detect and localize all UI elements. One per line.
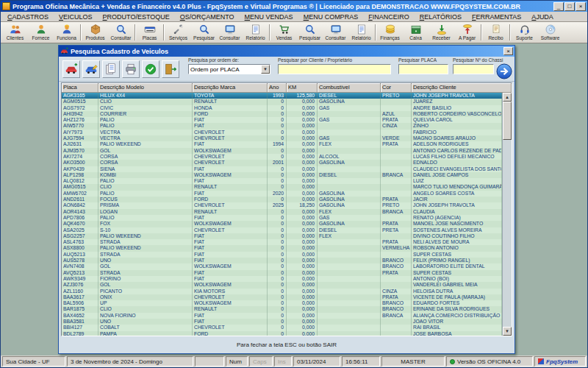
table-row-agm0515[interactable]: AGM0515CLIORENAULT00,000GASOLINAJUAREZ — [62, 99, 502, 105]
toolbar-button-vendas-10[interactable]: Vendas — [271, 22, 297, 43]
table-row-bax4652[interactable]: BAX4652NOVA FIORINOFIAT00,000BRANCAALIAN… — [62, 313, 502, 319]
order-combobox[interactable]: Ordem por PLACA ▼ — [188, 64, 270, 74]
window-titlebar[interactable]: Pesquisa Cadastro de Veiculos × — [59, 46, 514, 57]
scrollbar-thumb[interactable] — [503, 102, 512, 140]
menu-item-ajuda[interactable]: AJUDA — [526, 13, 559, 21]
column-header-ano[interactable]: Ano — [268, 83, 287, 93]
close-button[interactable]: × — [576, 2, 586, 11]
window-close-button[interactable]: × — [503, 47, 513, 55]
toolbar-button-placas-5[interactable]: Placas — [137, 22, 162, 43]
window-toolbar-car-edit-button[interactable] — [82, 60, 100, 78]
table-row-aiy7973[interactable]: AIY7973VECTRACHEVROLET00,000FABRICIO — [62, 130, 502, 135]
table-row-aor4143[interactable]: AOR4143LOGANRENAULT00,000FLEXBRANCACLAUD… — [62, 209, 502, 215]
table-row-ajm3570[interactable]: AJM3570GOLWOLKSWAGEM00,000ANTONIO CARLOS… — [62, 148, 502, 154]
table-row-bba3581[interactable]: BBA3581UNOFIAT00,000JOAO VITOR — [62, 319, 502, 325]
menu-item-menu-compras[interactable]: MENU COMPRAS — [298, 13, 364, 21]
table-row-amg0515[interactable]: AMG0515CLIORENAULT00,000MARCO TULIO MEND… — [62, 184, 502, 190]
table-row-aji2631[interactable]: AJI2631PALIO WEKEENDFIAT19940,000FLEXPRA… — [62, 141, 502, 147]
table-row-bar1875[interactable]: BAR1875CLIORENAULT00,000BRANCOERINANE DA… — [62, 306, 502, 312]
table-row-avq5213[interactable]: AVQ5213STRADAFIAT00,000PRATASUPER CESTAS — [62, 270, 502, 276]
toolbar-button-recibo-18[interactable]: Recibo — [483, 22, 509, 43]
column-header-descricao-marca[interactable]: Descrição Marca — [193, 83, 268, 93]
table-row-and2611[interactable]: AND2611FOCUSFORD00,000GASOLINAPRATAJACIR — [62, 197, 502, 202]
column-header-combustivel[interactable]: Combustível — [318, 83, 381, 93]
table-row-aqk4670[interactable]: AQK4670FOXWOLKSWAGEM00,000GASOLINAPRATAM… — [62, 221, 502, 227]
table-row-alq0812[interactable]: ALQ0812PALIOFIAT00,000LUIZ — [62, 178, 502, 184]
table-row-bbi4127[interactable]: BBI4127COBALTCHEVROLET00,000RAI BRASIL — [62, 325, 502, 330]
window-toolbar-printer-button[interactable] — [122, 60, 140, 78]
toolbar-button-a-pagar-17[interactable]: A Pagar — [454, 22, 480, 43]
column-header-descricao-cliente[interactable]: Descrição Cliente — [412, 83, 512, 93]
toolbar-button-caixa-15[interactable]: Caixa — [403, 22, 429, 43]
client-search-input[interactable] — [278, 64, 391, 74]
table-row-baa3617[interactable]: BAA3617ONIXCHEVROLET00,000PRATAVICENTE D… — [62, 294, 502, 300]
toolbar-button-produtos-3[interactable]: Produtos — [82, 22, 108, 43]
scroll-down-button[interactable]: ▼ — [503, 327, 512, 336]
column-header-placa[interactable]: Placa — [62, 83, 98, 93]
table-row-alp1298[interactable]: ALP1298KOMBIWOLKSWAGEM00,000DIESELBRANCA… — [62, 172, 502, 178]
chassis-search-input[interactable] — [453, 64, 494, 74]
table-row-avn7408[interactable]: AVN7408GOLWOLKSWAGEM00,000BRANCOLABORATO… — [62, 263, 502, 269]
search-go-button[interactable] — [496, 63, 512, 79]
toolbar-button-receber-16[interactable]: Receber — [429, 22, 454, 43]
window-toolbar-exit-button[interactable] — [162, 60, 179, 78]
table-row-awk9349[interactable]: AWK9349FIORINOFIAT00,000ANTONIO (BOI) — [62, 276, 502, 282]
toolbar-button-fornece-1[interactable]: Fornece — [28, 22, 54, 43]
toolbar-button-clientes-0[interactable]: Clientes — [2, 22, 28, 43]
column-header-km[interactable]: KM — [287, 83, 318, 93]
table-row-aiw5770[interactable]: AIW5770PALIOFIAT00,000CINZAZINHO — [62, 123, 502, 129]
toolbar-button-relatorio-13[interactable]: Relatório — [348, 22, 374, 43]
table-row-ahz1276[interactable]: AHZ1276PALIOFIAT00,000GASPRATAQUELVIA CA… — [62, 117, 502, 123]
menu-item-os-orcamento[interactable]: OS/ORÇAMENTO — [175, 13, 240, 21]
table-row-ags7972[interactable]: AGS7972CIVICHONDA00,000GASANDRE BASILIO — [62, 105, 502, 111]
table-row-akp0439[interactable]: AKP0439SIENAFIAT00,000CLAUDECI EVANGELIS… — [62, 166, 502, 172]
toolbar-button-consultar-4[interactable]: Consultar — [108, 22, 134, 43]
table-row-ahi3942[interactable]: AHI3942COURRIERFORD00,000AZULROBERTO COR… — [62, 111, 502, 117]
table-row-aus5278[interactable]: AUS5278UNOFIAT00,000BRANCOFELIX (PRIMO R… — [62, 258, 502, 263]
menu-item-cadastros[interactable]: CADASTROS — [2, 13, 54, 21]
table-row-auq5213[interactable]: AUQ5213STRADAFIAT00,000SUPER CESTAS — [62, 252, 502, 258]
table-row-asx8800[interactable]: ASX8800PALIO WEKEENDFIAT00,000VERMELHARO… — [62, 245, 502, 251]
table-row-aon6842[interactable]: AON6842PRISMACHEVROLET202518,250GASOLINA… — [62, 202, 502, 208]
menu-item-financeiro[interactable]: FINANCEIRO — [363, 13, 415, 21]
toolbar-button-servicos-6[interactable]: Serviços — [165, 22, 191, 43]
table-row-asg2257[interactable]: ASG2257PALIO WEKEENDFIAT00,000FLEXDIVINO… — [62, 233, 502, 239]
menu-item-produto-estoque[interactable]: PRODUTO/ESTOQUE — [98, 13, 175, 21]
table-row-aki7274[interactable]: AKI7274CORSACHEVROLET00,000ALCOOLLUCAS F… — [62, 154, 502, 160]
maximize-button[interactable]: □ — [564, 2, 575, 11]
table-row-ajg7594[interactable]: AJG7594VECTRACHEVROLET00,000GASVERDEMAGN… — [62, 135, 502, 141]
table-row-amw6702[interactable]: AMW6702PALIOFIAT20200,000GASOLINAANGELO … — [62, 191, 502, 197]
minimize-button[interactable]: _ — [553, 2, 564, 11]
toolbar-button-suporte-19[interactable]: Suporte — [512, 22, 537, 43]
toolbar-button-relatorio-9[interactable]: Relatório — [243, 22, 268, 43]
plate-search-input[interactable] — [398, 64, 448, 74]
table-row-bdl2789[interactable]: BDL2789PAMPAFORD00,000JOSE BARBOSA — [62, 331, 502, 336]
window-toolbar-car-new-button[interactable] — [62, 60, 80, 78]
table-row-azj3076[interactable]: AZJ3076GOLWOLKSWAGEM00,000VANDERLEI GABR… — [62, 282, 502, 288]
table-row-ako3500[interactable]: AKO3500CORSACHEVROLET20010,000GASOLINAED… — [62, 160, 502, 166]
window-toolbar-confirm-button[interactable] — [142, 60, 159, 78]
toolbar-button-pesquisar-7[interactable]: Pesquisar — [191, 22, 217, 43]
table-row-bal5906[interactable]: BAL5906UPWOLKSWAGEM00,000BRANCOEDUARDO F… — [62, 300, 502, 306]
dropdown-arrow-icon[interactable]: ▼ — [261, 65, 270, 74]
menu-item-relatorios[interactable]: RELATÓRIOS — [415, 13, 467, 21]
window-toolbar-documents-button[interactable] — [102, 60, 120, 78]
vertical-scrollbar[interactable]: ▲ ▼ — [502, 93, 512, 336]
menu-item-menu-vendas[interactable]: MENU VENDAS — [240, 13, 298, 21]
scroll-up-button[interactable]: ▲ — [503, 93, 512, 102]
toolbar-button-pesquisar-11[interactable]: Pesquisar — [297, 22, 323, 43]
toolbar-button-financas-14[interactable]: Finanças — [377, 22, 403, 43]
table-row-asa2025[interactable]: ASA2025S-10CHEVROLET00,000DIESELPRETASOS… — [62, 227, 502, 233]
table-row-apd7806[interactable]: APD7806PALIOFIAT00,000GASRENATO (AGENCIA… — [62, 215, 502, 221]
column-header-descricao-modelo[interactable]: Descrição Modelo — [98, 83, 193, 93]
table-row-agk3165[interactable]: AGK3165HILUX 4X4TOYOTA1993125,580DIESELP… — [62, 93, 502, 99]
table-row-azl1160[interactable]: AZL1160PICANTOKIA MOTORS00,000CINZAHELOI… — [62, 289, 502, 294]
toolbar-button-funciona-2[interactable]: Funciona — [54, 22, 79, 43]
menu-item-veiculos[interactable]: VEICULOS — [54, 13, 98, 21]
table-row-asl4763[interactable]: ASL4763STRADAFIAT00,000PRATANELI ALVES D… — [62, 239, 502, 245]
column-header-cor[interactable]: Cor — [381, 83, 412, 93]
toolbar-button-consultar-12[interactable]: Consultar — [323, 22, 348, 43]
toolbar-button-software-20[interactable]: Software — [537, 22, 563, 43]
toolbar-button-consultar-8[interactable]: Consultar — [217, 22, 243, 43]
menu-item-ferramentas[interactable]: FERRAMENTAS — [467, 13, 526, 21]
